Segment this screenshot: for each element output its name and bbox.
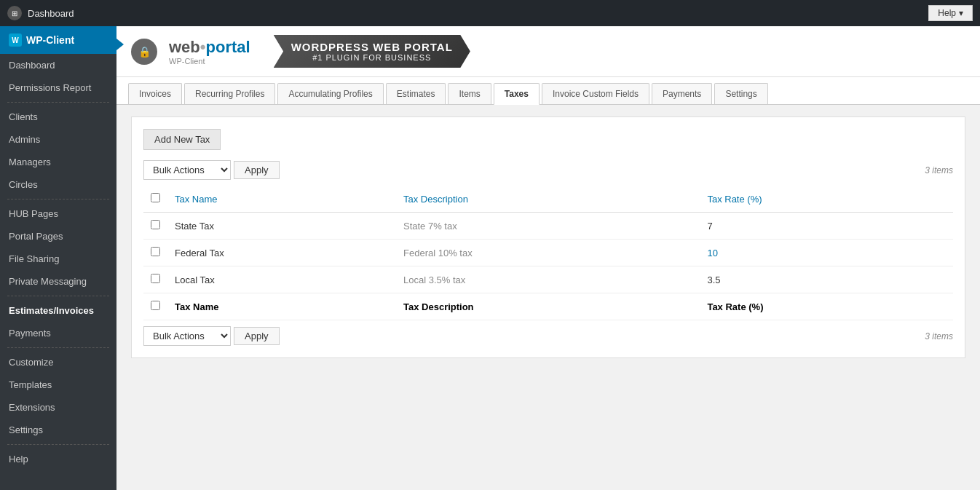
row-tax-name: State Tax xyxy=(167,213,396,240)
sidebar-item-templates[interactable]: Templates xyxy=(0,374,116,396)
sidebar: W WP-Client DashboardPermissions ReportC… xyxy=(0,26,116,490)
sidebar-item-customize[interactable]: Customize xyxy=(0,351,116,374)
table-row: State TaxState 7% tax7 xyxy=(143,213,953,240)
items-count-bottom: 3 items xyxy=(925,331,953,341)
apply-button-bottom[interactable]: Apply xyxy=(234,327,280,345)
table-row: Federal TaxFederal 10% tax10 xyxy=(143,240,953,266)
sidebar-item-clients[interactable]: Clients xyxy=(0,106,116,128)
sidebar-item-private-messaging[interactable]: Private Messaging xyxy=(0,270,116,293)
items-count-top: 3 items xyxy=(925,165,953,175)
sidebar-divider-after-circles xyxy=(7,199,109,199)
help-button[interactable]: Help ▾ xyxy=(928,5,973,21)
sidebar-item-extensions[interactable]: Extensions xyxy=(0,396,116,419)
logo-area: 🔒 web•portal WP-Client WordPress Web Por… xyxy=(131,35,470,68)
tab-taxes[interactable]: Taxes xyxy=(494,83,540,105)
col-header-description: Tax Description xyxy=(396,186,700,213)
footer-checkbox-col xyxy=(143,293,167,320)
sidebar-item-file-sharing[interactable]: File Sharing xyxy=(0,248,116,270)
sidebar-item-payments[interactable]: Payments xyxy=(0,322,116,344)
logo-text: web•portal xyxy=(169,38,250,57)
apply-button-top[interactable]: Apply xyxy=(234,161,280,179)
sidebar-item-circles[interactable]: Circles xyxy=(0,173,116,196)
content-panel: Add New Tax Bulk Actions Apply 3 items xyxy=(131,116,965,358)
tax-table: Tax Name Tax Description Tax Rate (%) St… xyxy=(143,186,953,320)
sidebar-item-hub-pages[interactable]: HUB Pages xyxy=(0,202,116,225)
row-checkbox-col xyxy=(143,240,167,266)
banner-title: WordPress Web Portal xyxy=(291,41,453,53)
tab-accumulating-profiles[interactable]: Accumulating Profiles xyxy=(277,83,383,104)
dashboard-label[interactable]: Dashboard xyxy=(28,8,74,19)
select-all-checkbox-bottom[interactable] xyxy=(151,301,160,310)
tab-recurring-profiles[interactable]: Recurring Profiles xyxy=(184,83,275,104)
tab-payments[interactable]: Payments xyxy=(652,83,712,104)
row-tax-description: Federal 10% tax xyxy=(396,240,700,266)
col-footer-description: Tax Description xyxy=(396,293,700,320)
wp-icon: W xyxy=(9,33,22,47)
sidebar-item-help[interactable]: Help xyxy=(0,448,116,470)
add-new-tax-button[interactable]: Add New Tax xyxy=(143,129,221,150)
header-checkbox-col xyxy=(143,186,167,213)
top-bar: ⊞ Dashboard Help ▾ xyxy=(0,0,980,26)
main-content: Add New Tax Bulk Actions Apply 3 items xyxy=(116,105,980,490)
sidebar-divider-after-permissions-report xyxy=(7,102,109,103)
tab-estimates[interactable]: Estimates xyxy=(386,83,446,104)
bulk-actions-select-bottom[interactable]: Bulk Actions xyxy=(143,326,231,346)
wp-client-label: WP-Client xyxy=(26,34,74,46)
row-tax-rate[interactable]: 10 xyxy=(700,240,953,266)
row-tax-rate: 3.5 xyxy=(700,266,953,293)
logo-icon: 🔒 xyxy=(131,39,157,65)
row-tax-name: Local Tax xyxy=(167,266,396,293)
logo-web: web xyxy=(169,38,200,56)
col-footer-rate: Tax Rate (%) xyxy=(700,293,953,320)
sidebar-divider-after-private-messaging xyxy=(7,296,109,296)
bulk-actions-select-top[interactable]: Bulk Actions xyxy=(143,160,231,180)
col-header-name: Tax Name xyxy=(167,186,396,213)
sidebar-divider-after-settings xyxy=(7,444,109,445)
top-toolbar: Bulk Actions Apply 3 items xyxy=(143,160,953,180)
tabs-bar: InvoicesRecurring ProfilesAccumulating P… xyxy=(116,77,980,105)
row-tax-description: State 7% tax xyxy=(396,213,700,240)
header-banner: WordPress Web Portal #1 Plugin for Busin… xyxy=(274,35,470,68)
logo-sub: WP-Client xyxy=(169,57,250,66)
sidebar-item-admins[interactable]: Admins xyxy=(0,128,116,151)
col-footer-name: Tax Name xyxy=(167,293,396,320)
logo-portal: portal xyxy=(206,38,250,56)
sidebar-item-dashboard[interactable]: Dashboard xyxy=(0,54,116,76)
tab-invoices[interactable]: Invoices xyxy=(128,83,182,104)
table-footer-row: Tax Name Tax Description Tax Rate (%) xyxy=(143,293,953,320)
row-tax-name: Federal Tax xyxy=(167,240,396,266)
header: 🔒 web•portal WP-Client WordPress Web Por… xyxy=(116,26,980,77)
row-checkbox-2[interactable] xyxy=(151,274,160,283)
bottom-toolbar: Bulk Actions Apply 3 items xyxy=(143,326,953,346)
row-checkbox-col xyxy=(143,266,167,293)
row-tax-description: Local 3.5% tax xyxy=(396,266,700,293)
dashboard-icon: ⊞ xyxy=(7,6,22,20)
sidebar-wp-client[interactable]: W WP-Client xyxy=(0,26,116,54)
chevron-down-icon: ▾ xyxy=(959,8,963,18)
row-checkbox-0[interactable] xyxy=(151,220,160,229)
sidebar-item-portal-pages[interactable]: Portal Pages xyxy=(0,225,116,248)
tab-items[interactable]: Items xyxy=(448,83,491,104)
content-area: 🔒 web•portal WP-Client WordPress Web Por… xyxy=(116,26,980,490)
sidebar-divider-after-payments xyxy=(7,347,109,348)
banner-subtitle: #1 Plugin for Business xyxy=(291,53,453,62)
sidebar-arrow xyxy=(116,39,124,50)
sidebar-item-managers[interactable]: Managers xyxy=(0,151,116,173)
select-all-checkbox-top[interactable] xyxy=(151,193,160,202)
tab-settings[interactable]: Settings xyxy=(714,83,767,104)
col-header-rate: Tax Rate (%) xyxy=(700,186,953,213)
row-checkbox-1[interactable] xyxy=(151,247,160,256)
row-tax-rate: 7 xyxy=(700,213,953,240)
sidebar-item-estimates-invoices[interactable]: Estimates/Invoices xyxy=(0,299,116,322)
sidebar-item-permissions-report[interactable]: Permissions Report xyxy=(0,76,116,99)
table-row: Local TaxLocal 3.5% tax3.5 xyxy=(143,266,953,293)
sidebar-item-settings[interactable]: Settings xyxy=(0,419,116,441)
tab-invoice-custom-fields[interactable]: Invoice Custom Fields xyxy=(542,83,649,104)
row-checkbox-col xyxy=(143,213,167,240)
table-header-row: Tax Name Tax Description Tax Rate (%) xyxy=(143,186,953,213)
